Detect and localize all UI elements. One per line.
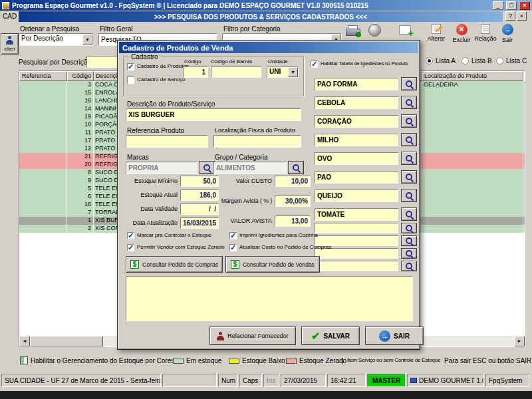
radio-lista-c[interactable]: Lista C [496,57,527,65]
close-button[interactable]: × [519,1,530,10]
check-icon: ✓ [128,232,134,239]
cell-localizacao [422,145,523,153]
checkbox-label: Permitir Vender com Estoque Zerado [137,244,225,250]
ingredient-search-button[interactable] [401,133,417,146]
dialog-titlebar[interactable]: Cadastro de Produtos de Venda [119,42,418,53]
ingredient-input[interactable] [315,223,398,233]
ingredient-search-button[interactable] [401,207,417,221]
valor-custo-input[interactable] [275,176,311,187]
codigo-barras-input[interactable] [211,66,261,78]
salvar-button[interactable]: ✔ SALVAR [301,327,360,345]
ingredient-search-button[interactable] [401,248,417,259]
estoque-atual-input[interactable] [180,190,219,201]
ordenar-select[interactable]: Por Descrição ▼ [19,33,93,46]
minimize-button[interactable]: _ [493,1,503,10]
checkbox-vender-estoque-zerado[interactable]: ✓ Permitir Vender com Estoque Zerado [127,244,225,251]
status-time: 16:42:21 [327,374,366,387]
ingredient-search-button[interactable] [401,152,417,165]
descricao-produto-input[interactable] [126,108,301,121]
cell-codigo: 15 [67,89,94,97]
valor-avista-input[interactable] [275,215,311,227]
checkbox-controlar-estoque[interactable]: ✓ Marcar pra Controlar o Estoque [127,232,211,239]
chevron-down-icon[interactable]: ▼ [288,67,298,77]
ingredient-input[interactable] [315,261,398,271]
relacionar-fornecedor-button[interactable]: Relacionar Fornecedor [209,327,296,345]
ingredient-search-button[interactable] [401,261,417,271]
estoque-minimo-label: Estoque Mínimo [123,178,178,184]
print-preview-button[interactable] [368,24,381,37]
dialog-sair-button[interactable]: → SAIR [365,327,424,345]
clientes-button[interactable]: clien [1,33,19,55]
swatch-estoque-zerado [286,358,297,364]
marcas-input[interactable] [126,162,198,174]
ingredient-input[interactable] [315,190,398,202]
descricao-produto-label: Descrição do Produto/Serviço [127,100,215,108]
checkbox-atualizar-custo[interactable]: ✓ Atualizar Custo no Pedido de Compras [229,244,331,251]
checkbox-cadastro-produtos[interactable]: ✓ Cadastro de Produtos [127,63,189,70]
inner-help-button[interactable]: ? [505,11,515,21]
exit-arrow-icon: → [379,331,390,342]
status-date: 27/03/2015 [281,374,326,387]
chevron-down-icon[interactable]: ▼ [82,34,92,45]
observations-textarea[interactable] [126,276,413,321]
header-referencia[interactable]: Referencia [19,71,67,81]
check-icon: ✓ [230,232,236,239]
valor-custo-label: Valor CUSTO [219,178,272,184]
unidade-select[interactable]: UNI ▼ [267,66,299,78]
margem-avista-input[interactable] [275,196,311,207]
inner-close-button[interactable]: × [517,11,527,21]
ingredient-search-button[interactable] [401,77,417,90]
ingredient-input[interactable] [315,115,398,128]
cell-codigo: 14 [67,105,94,113]
maximize-button[interactable]: □ [506,1,517,10]
checkbox-cadastro-servico[interactable]: Cadastro de Serviço [127,76,185,84]
consultar-pedido-compras-button[interactable]: Consultar Pedido de Compras [126,256,223,273]
ingredient-search-button[interactable] [401,235,417,246]
ingredient-search-button[interactable] [401,170,417,184]
ingredient-input[interactable] [315,134,398,146]
scroll-left-button[interactable]: ◄ [19,336,30,346]
ingredient-input[interactable] [315,208,398,221]
scroll-right-button[interactable]: ► [514,336,525,346]
adicionar-button[interactable] [399,25,411,35]
grupo-categoria-input[interactable] [213,162,287,174]
estoque-minimo-input[interactable] [180,176,219,187]
header-localizacao[interactable]: Localização do Produto [422,71,523,81]
radio-lista-a[interactable]: Lista A [426,57,456,65]
header-codigo[interactable]: Código [67,71,94,81]
codigo-input[interactable] [183,66,208,78]
relacao-button[interactable]: Relação [472,24,499,42]
ingredient-input[interactable] [315,152,398,165]
sair-button[interactable]: → Sair [497,24,517,43]
localizacao-fisica-input[interactable] [213,135,301,148]
checkbox-imprimir-ingredientes[interactable]: ✓ Imprimi Igredientes para Cozinha [229,232,318,239]
alterar-button[interactable]: Alterar [424,24,448,42]
print-setup-button[interactable] [346,25,359,35]
radio-lista-b[interactable]: Lista B [462,57,492,65]
marcas-search-button[interactable] [199,161,215,174]
consultar-pedido-vendas-button[interactable]: Consultar Pedido de Vendas [225,256,320,273]
checkbox-label: Imprimi Igredientes para Cozinha [239,232,318,238]
app-icon [2,2,9,9]
unidade-value: UNI [267,67,288,77]
magnifier-icon [405,224,414,233]
data-atualizacao-input[interactable] [180,217,219,229]
ingredient-search-button[interactable] [401,114,417,128]
data-validade-label: Data Validade [123,205,178,212]
referencia-produto-input[interactable] [126,135,208,148]
status-user-badge: MASTER [367,374,406,387]
menu-item-cadastros[interactable]: CAD [3,13,17,20]
excluir-button[interactable]: × Excluir [450,24,473,43]
scrollbar-thumb[interactable] [30,336,103,346]
ingredient-search-button[interactable] [401,189,417,202]
ingredient-input[interactable] [315,171,398,184]
ingredient-search-button[interactable] [401,96,417,109]
grupo-search-button[interactable] [288,161,304,174]
data-validade-input[interactable] [180,203,219,215]
ingredient-input[interactable] [315,96,398,109]
ingredient-input[interactable] [315,78,398,90]
codigo-barras-label: Código de Barras [211,59,252,65]
checkbox-habilitar-ingredientes[interactable]: ✓ Habilitar Tabela de Igredientes no Pro… [311,61,408,68]
magnifier-icon [405,117,414,126]
ingredient-search-button[interactable] [401,223,417,233]
